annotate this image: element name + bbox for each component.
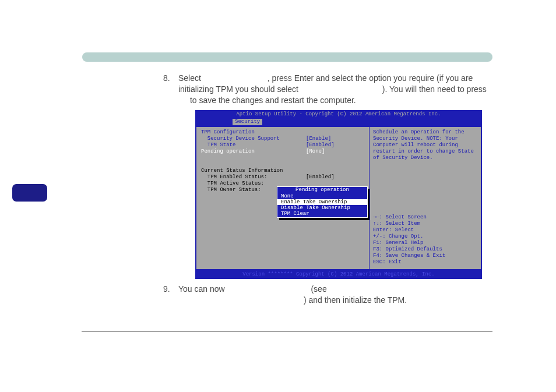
tab-security[interactable]: Security [233,119,262,125]
bios-setup-figure: Aptio Setup Utility - Copyright (C) 2012… [195,110,482,278]
side-page-thumb [12,184,47,202]
help-select-item: ↑↓: Select Item [373,221,477,227]
val-pending-operation: [None] [306,149,325,154]
opt-security-device-support[interactable]: Security Device Support [201,136,306,142]
help-f1: F1: General Help [373,240,477,246]
bios-right-pane: Schedule an Operation for the Security D… [369,127,481,269]
help-f4: F4: Save Changes & Exit [373,253,477,259]
val-tpm-enabled-status: [Enabled] [306,174,335,180]
opt-pending-operation[interactable]: Pending operation [201,149,306,155]
val-security-device-support: [Enable] [306,136,331,142]
heading-tpm-config: TPM Configuration [201,129,371,136]
help-enter: Enter: Select [373,227,477,234]
val-tpm-state: [Enabled] [306,142,335,148]
step-9-text-a: You can now [178,284,227,294]
page-header-bar [82,52,492,62]
popup-option-disable-take-ownership[interactable]: Disable Take Ownership [277,205,367,211]
footer-rule [82,331,492,332]
bios-tab-row: Security [195,119,482,126]
help-select-screen: →←: Select Screen [373,214,477,221]
popup-option-enable-take-ownership[interactable]: Enable Take Ownership [277,199,367,205]
help-esc: ESC: Exit [373,259,477,266]
popup-title: Pending operation [277,187,367,193]
step-8-text-c: ). You will then need to press [382,84,487,94]
popup-pending-operation: Pending operation None Enable Take Owner… [277,186,368,218]
opt-tpm-state[interactable]: TPM State [201,142,306,149]
step-8: 8. Select , press Enter and select the o… [178,73,487,106]
help-keys: →←: Select Screen ↑↓: Select Item Enter:… [370,214,481,266]
step-9: 9. You can now (see ) and then initializ… [178,284,487,306]
step-8-text-a: Select [178,73,203,83]
popup-option-none[interactable]: None [277,193,367,199]
bios-body: TPM Configuration Security Device Suppor… [195,126,482,270]
step-9-text-c: ) and then initialize the TPM. [304,295,407,305]
help-f3: F3: Optimized Defaults [373,246,477,253]
lbl-tpm-enabled-status: TPM Enabled Status: [201,174,306,181]
step-9-text-b: (see [309,284,327,294]
step-8-text-d: to save the changes and restart the comp… [188,96,356,105]
bios-title-bar: Aptio Setup Utility - Copyright (C) 2012… [195,110,482,119]
option-description: Schedule an Operation for the Security D… [373,129,477,161]
bios-left-pane: TPM Configuration Security Device Suppor… [196,127,376,274]
help-change-opt: +/-: Change Opt. [373,234,477,240]
step-8-number: 8. [163,73,170,84]
heading-current-status: Current Status Information [201,168,371,174]
popup-option-tpm-clear[interactable]: TPM Clear [277,211,367,217]
step-9-number: 9. [163,284,170,295]
